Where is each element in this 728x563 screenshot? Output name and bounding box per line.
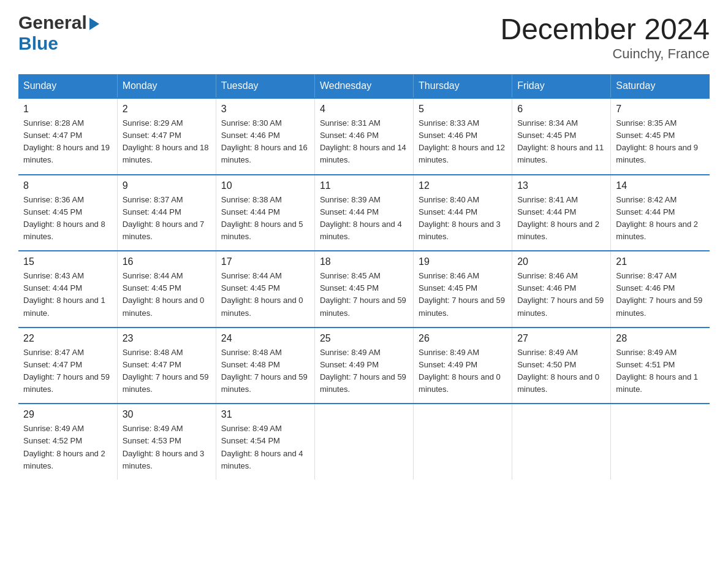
- day-number: 20: [517, 256, 605, 267]
- logo-general-text: General: [18, 12, 87, 33]
- calendar-cell: 23Sunrise: 8:48 AMSunset: 4:47 PMDayligh…: [117, 327, 216, 404]
- col-wednesday: Wednesday: [314, 74, 413, 98]
- calendar-cell: 6Sunrise: 8:34 AMSunset: 4:45 PMDaylight…: [512, 98, 611, 175]
- day-info: Sunrise: 8:49 AMSunset: 4:50 PMDaylight:…: [517, 347, 605, 396]
- day-number: 3: [221, 104, 309, 115]
- day-number: 28: [616, 333, 705, 344]
- calendar-cell: 14Sunrise: 8:42 AMSunset: 4:44 PMDayligh…: [611, 175, 710, 251]
- calendar-cell: 30Sunrise: 8:49 AMSunset: 4:53 PMDayligh…: [117, 404, 216, 480]
- day-number: 14: [616, 180, 705, 191]
- day-info: Sunrise: 8:49 AMSunset: 4:53 PMDaylight:…: [123, 423, 211, 472]
- calendar-cell: 11Sunrise: 8:39 AMSunset: 4:44 PMDayligh…: [314, 175, 413, 251]
- col-monday: Monday: [117, 74, 216, 98]
- day-info: Sunrise: 8:46 AMSunset: 4:45 PMDaylight:…: [419, 270, 507, 320]
- calendar-week-row: 1Sunrise: 8:28 AMSunset: 4:47 PMDaylight…: [18, 98, 710, 175]
- day-info: Sunrise: 8:49 AMSunset: 4:51 PMDaylight:…: [616, 347, 705, 396]
- day-number: 12: [419, 180, 507, 191]
- calendar-week-row: 29Sunrise: 8:49 AMSunset: 4:52 PMDayligh…: [18, 404, 710, 480]
- day-info: Sunrise: 8:47 AMSunset: 4:46 PMDaylight:…: [616, 270, 705, 320]
- day-number: 6: [517, 104, 605, 115]
- day-number: 1: [23, 104, 112, 115]
- day-info: Sunrise: 8:49 AMSunset: 4:49 PMDaylight:…: [419, 347, 507, 396]
- calendar-week-row: 8Sunrise: 8:36 AMSunset: 4:45 PMDaylight…: [18, 175, 710, 251]
- calendar-cell: 31Sunrise: 8:49 AMSunset: 4:54 PMDayligh…: [216, 404, 314, 480]
- day-number: 21: [616, 256, 705, 267]
- day-number: 9: [123, 180, 211, 191]
- day-info: Sunrise: 8:30 AMSunset: 4:46 PMDaylight:…: [221, 117, 309, 167]
- day-info: Sunrise: 8:44 AMSunset: 4:45 PMDaylight:…: [221, 270, 309, 320]
- day-number: 7: [616, 104, 705, 115]
- day-info: Sunrise: 8:37 AMSunset: 4:44 PMDaylight:…: [123, 194, 211, 243]
- calendar-cell: 22Sunrise: 8:47 AMSunset: 4:47 PMDayligh…: [18, 327, 117, 404]
- logo-blue-text: Blue: [18, 33, 58, 53]
- calendar-cell: 12Sunrise: 8:40 AMSunset: 4:44 PMDayligh…: [414, 175, 512, 251]
- page-subtitle: Cuinchy, France: [500, 46, 710, 62]
- page-header: General Blue December 2024 Cuinchy, Fran…: [18, 12, 710, 62]
- day-info: Sunrise: 8:41 AMSunset: 4:44 PMDaylight:…: [517, 194, 605, 243]
- day-number: 10: [221, 180, 309, 191]
- day-number: 18: [320, 256, 408, 267]
- calendar-table: Sunday Monday Tuesday Wednesday Thursday…: [18, 74, 710, 480]
- day-number: 16: [123, 256, 211, 267]
- day-info: Sunrise: 8:29 AMSunset: 4:47 PMDaylight:…: [123, 117, 211, 167]
- day-info: Sunrise: 8:36 AMSunset: 4:45 PMDaylight:…: [23, 194, 112, 243]
- day-number: 4: [320, 104, 408, 115]
- day-number: 2: [123, 104, 211, 115]
- col-thursday: Thursday: [414, 74, 512, 98]
- day-number: 11: [320, 180, 408, 191]
- day-number: 24: [221, 333, 309, 344]
- calendar-cell: 8Sunrise: 8:36 AMSunset: 4:45 PMDaylight…: [18, 175, 117, 251]
- day-info: Sunrise: 8:38 AMSunset: 4:44 PMDaylight:…: [221, 194, 309, 243]
- calendar-cell: 1Sunrise: 8:28 AMSunset: 4:47 PMDaylight…: [18, 98, 117, 175]
- logo-arrow-icon: [89, 18, 99, 30]
- day-number: 29: [23, 409, 112, 420]
- calendar-cell: 19Sunrise: 8:46 AMSunset: 4:45 PMDayligh…: [414, 251, 512, 327]
- calendar-cell: 21Sunrise: 8:47 AMSunset: 4:46 PMDayligh…: [611, 251, 710, 327]
- calendar-week-row: 22Sunrise: 8:47 AMSunset: 4:47 PMDayligh…: [18, 327, 710, 404]
- calendar-cell: [314, 404, 413, 480]
- calendar-cell: [414, 404, 512, 480]
- title-section: December 2024 Cuinchy, France: [500, 12, 710, 62]
- calendar-cell: 13Sunrise: 8:41 AMSunset: 4:44 PMDayligh…: [512, 175, 611, 251]
- day-number: 19: [419, 256, 507, 267]
- calendar-cell: [512, 404, 611, 480]
- calendar-header-row: Sunday Monday Tuesday Wednesday Thursday…: [18, 74, 710, 98]
- logo: General Blue: [18, 12, 99, 54]
- day-number: 15: [23, 256, 112, 267]
- day-number: 22: [23, 333, 112, 344]
- day-number: 30: [123, 409, 211, 420]
- calendar-cell: 15Sunrise: 8:43 AMSunset: 4:44 PMDayligh…: [18, 251, 117, 327]
- calendar-cell: 18Sunrise: 8:45 AMSunset: 4:45 PMDayligh…: [314, 251, 413, 327]
- calendar-cell: 9Sunrise: 8:37 AMSunset: 4:44 PMDaylight…: [117, 175, 216, 251]
- day-number: 8: [23, 180, 112, 191]
- calendar-cell: 28Sunrise: 8:49 AMSunset: 4:51 PMDayligh…: [611, 327, 710, 404]
- calendar-cell: 4Sunrise: 8:31 AMSunset: 4:46 PMDaylight…: [314, 98, 413, 175]
- calendar-cell: 26Sunrise: 8:49 AMSunset: 4:49 PMDayligh…: [414, 327, 512, 404]
- calendar-cell: 7Sunrise: 8:35 AMSunset: 4:45 PMDaylight…: [611, 98, 710, 175]
- col-sunday: Sunday: [18, 74, 117, 98]
- day-info: Sunrise: 8:43 AMSunset: 4:44 PMDaylight:…: [23, 270, 112, 320]
- day-number: 13: [517, 180, 605, 191]
- day-info: Sunrise: 8:49 AMSunset: 4:54 PMDaylight:…: [221, 423, 309, 472]
- calendar-cell: 16Sunrise: 8:44 AMSunset: 4:45 PMDayligh…: [117, 251, 216, 327]
- col-friday: Friday: [512, 74, 611, 98]
- calendar-cell: 24Sunrise: 8:48 AMSunset: 4:48 PMDayligh…: [216, 327, 314, 404]
- calendar-cell: 10Sunrise: 8:38 AMSunset: 4:44 PMDayligh…: [216, 175, 314, 251]
- day-info: Sunrise: 8:47 AMSunset: 4:47 PMDaylight:…: [23, 347, 112, 396]
- day-info: Sunrise: 8:44 AMSunset: 4:45 PMDaylight:…: [123, 270, 211, 320]
- day-info: Sunrise: 8:49 AMSunset: 4:49 PMDaylight:…: [320, 347, 408, 396]
- day-info: Sunrise: 8:33 AMSunset: 4:46 PMDaylight:…: [419, 117, 507, 167]
- calendar-cell: 20Sunrise: 8:46 AMSunset: 4:46 PMDayligh…: [512, 251, 611, 327]
- calendar-cell: 5Sunrise: 8:33 AMSunset: 4:46 PMDaylight…: [414, 98, 512, 175]
- page-title: December 2024: [500, 12, 710, 46]
- day-number: 31: [221, 409, 309, 420]
- day-info: Sunrise: 8:49 AMSunset: 4:52 PMDaylight:…: [23, 423, 112, 472]
- calendar-cell: 3Sunrise: 8:30 AMSunset: 4:46 PMDaylight…: [216, 98, 314, 175]
- day-number: 17: [221, 256, 309, 267]
- day-info: Sunrise: 8:48 AMSunset: 4:47 PMDaylight:…: [123, 347, 211, 396]
- calendar-cell: 29Sunrise: 8:49 AMSunset: 4:52 PMDayligh…: [18, 404, 117, 480]
- day-info: Sunrise: 8:39 AMSunset: 4:44 PMDaylight:…: [320, 194, 408, 243]
- calendar-cell: 2Sunrise: 8:29 AMSunset: 4:47 PMDaylight…: [117, 98, 216, 175]
- col-saturday: Saturday: [611, 74, 710, 98]
- day-info: Sunrise: 8:45 AMSunset: 4:45 PMDaylight:…: [320, 270, 408, 320]
